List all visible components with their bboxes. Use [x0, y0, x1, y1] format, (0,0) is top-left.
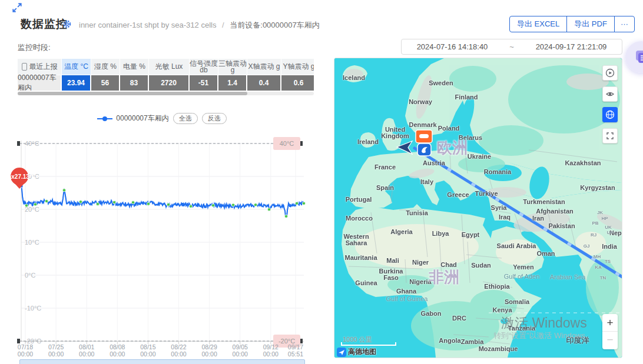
svg-text:09/12: 09/12	[263, 343, 279, 350]
svg-text:00:00: 00:00	[48, 350, 64, 358]
svg-text:09/05: 09/05	[233, 343, 248, 350]
date-range-tilde: ~	[503, 42, 521, 51]
more-actions-button[interactable]: ···	[614, 16, 635, 32]
globe-icon	[605, 110, 615, 119]
monitor-period-label: 监控时段:	[18, 42, 51, 53]
metric-value-cell-4[interactable]: -51	[190, 75, 218, 91]
page-title: 数据监控	[21, 16, 68, 32]
metric-value-cell-5[interactable]: 1.4	[218, 75, 247, 91]
svg-text:-10°C: -10°C	[25, 305, 41, 312]
map-layer-button[interactable]	[602, 107, 618, 122]
svg-text:00:00: 00:00	[110, 350, 125, 358]
svg-text:00:00: 00:00	[201, 350, 217, 358]
expand-corner-icon[interactable]	[12, 2, 22, 13]
svg-text:07/25: 07/25	[48, 343, 64, 350]
vehicle-marker[interactable]	[416, 130, 432, 143]
svg-text:00:00: 00:00	[140, 350, 155, 358]
temperature-line-chart: 40°C-20°C40°C30°C20°C10°C0°C-10°C-20°Cma…	[0, 132, 321, 364]
svg-text:max27.13°C: max27.13°C	[3, 173, 36, 180]
svg-text:08/08: 08/08	[110, 343, 125, 350]
svg-text:00:00: 00:00	[263, 350, 279, 358]
column-header-3[interactable]: 电量 %	[120, 59, 149, 75]
map-panel[interactable]: IcelandNorwaySwedenFinlandDenmarkUnited …	[334, 58, 622, 358]
svg-text:0°C: 0°C	[25, 272, 36, 279]
chart-datazoom-slider[interactable]	[19, 359, 305, 364]
amap-logo-icon	[337, 348, 346, 357]
metric-value-cell-0[interactable]: 23.94	[62, 75, 91, 91]
svg-text:08/29: 08/29	[201, 343, 217, 350]
visibility-button[interactable]	[602, 86, 618, 102]
fullscreen-icon	[605, 131, 615, 141]
metric-value-cell-3[interactable]: 2720	[149, 75, 190, 91]
svg-text:05:51: 05:51	[288, 350, 303, 358]
svg-text:09/17: 09/17	[288, 343, 303, 350]
assistant-float-button[interactable]	[625, 41, 643, 73]
device-name-cell: 00000007车厢内	[18, 75, 62, 91]
column-header-5[interactable]: 信号强度 db	[190, 59, 218, 75]
play-icon	[605, 68, 615, 78]
device-icon	[22, 63, 27, 71]
column-header-0[interactable]: 最近上报	[18, 59, 62, 75]
column-header-8[interactable]: Y轴震动 g	[281, 59, 314, 75]
map-scale-bar	[341, 342, 396, 346]
breadcrumb-current-device: 当前设备:00000007车厢内	[230, 21, 319, 29]
gear-icon[interactable]	[62, 19, 72, 29]
amap-logo-text: 高德地图	[348, 347, 376, 357]
column-header-1[interactable]: 温度 °C	[62, 59, 91, 75]
metric-value-cell-7[interactable]: 0.6	[281, 75, 314, 91]
legend-item-device[interactable]: 00000007车厢内	[97, 113, 168, 123]
series-marker-icon	[97, 116, 112, 122]
svg-text:00:00: 00:00	[18, 350, 33, 358]
table-scrollbar-thumb[interactable]	[18, 92, 247, 95]
fullscreen-button[interactable]	[602, 128, 618, 143]
legend-series-label: 00000007车厢内	[116, 113, 168, 123]
table-header-row: 最近上报温度 °C湿度 %电量 %光敏 Lux信号强度 db三轴震动 gX轴震动…	[18, 59, 314, 75]
invert-select-button[interactable]: 反选	[202, 113, 227, 124]
svg-text:08/15: 08/15	[140, 343, 155, 350]
column-header-2[interactable]: 湿度 %	[91, 59, 120, 75]
zoom-out-button[interactable]: −	[602, 332, 618, 349]
select-all-button[interactable]: 全选	[173, 113, 198, 124]
date-range-picker[interactable]: 2024-07-16 14:18:40 ~ 2024-09-17 21:21:0…	[401, 39, 622, 55]
map-attribution[interactable]: 高德地图	[337, 347, 376, 357]
svg-text:10°C: 10°C	[25, 239, 39, 246]
export-pdf-button[interactable]: 导出 PDF	[566, 16, 615, 32]
breadcrumb-shipment: inner container-1st shpt by sea-312 cell…	[79, 21, 216, 29]
chart-legend: 00000007车厢内 全选 反选	[18, 113, 306, 124]
device-metrics-table: 最近上报温度 °C湿度 %电量 %光敏 Lux信号强度 db三轴震动 gX轴震动…	[18, 59, 314, 91]
svg-text:00:00: 00:00	[171, 350, 186, 358]
metric-value-cell-1[interactable]: 56	[91, 75, 120, 91]
export-button-group: 导出 EXCEL 导出 PDF ···	[509, 16, 635, 31]
table-horizontal-scrollbar	[18, 92, 314, 95]
assistant-icon	[634, 49, 643, 65]
date-start-input[interactable]: 2024-07-16 14:18:40	[402, 42, 503, 51]
svg-text:08/22: 08/22	[171, 343, 186, 350]
column-header-4[interactable]: 光敏 Lux	[149, 59, 190, 75]
map-zoom-control: + −	[602, 314, 618, 349]
table-row: 00000007车厢内23.9456832720-511.40.40.6	[18, 75, 314, 91]
data-monitor-page: 数据监控 inner container-1st shpt by sea-312…	[0, 0, 643, 364]
date-end-input[interactable]: 2024-09-17 21:21:09	[521, 42, 622, 51]
column-header-7[interactable]: X轴震动 g	[247, 59, 281, 75]
svg-text:40°C: 40°C	[280, 140, 294, 147]
zoom-in-button[interactable]: +	[602, 314, 618, 332]
export-excel-button[interactable]: 导出 EXCEL	[509, 16, 567, 32]
column-header-6[interactable]: 三轴震动 g	[218, 59, 247, 75]
svg-text:00:00: 00:00	[79, 350, 94, 358]
svg-text:00:00: 00:00	[233, 350, 248, 358]
breadcrumb-separator: /	[222, 21, 224, 29]
metric-value-cell-6[interactable]: 0.4	[247, 75, 281, 91]
map-canvas[interactable]	[334, 58, 622, 358]
eye-icon	[605, 89, 615, 99]
device-marker[interactable]	[417, 143, 431, 156]
svg-text:08/01: 08/01	[79, 343, 94, 350]
svg-text:40°C: 40°C	[25, 140, 39, 147]
breadcrumb: inner container-1st shpt by sea-312 cell…	[79, 20, 320, 31]
metric-value-cell-2[interactable]: 83	[120, 75, 149, 91]
play-track-button[interactable]	[602, 65, 618, 81]
svg-text:07/18: 07/18	[18, 343, 33, 350]
